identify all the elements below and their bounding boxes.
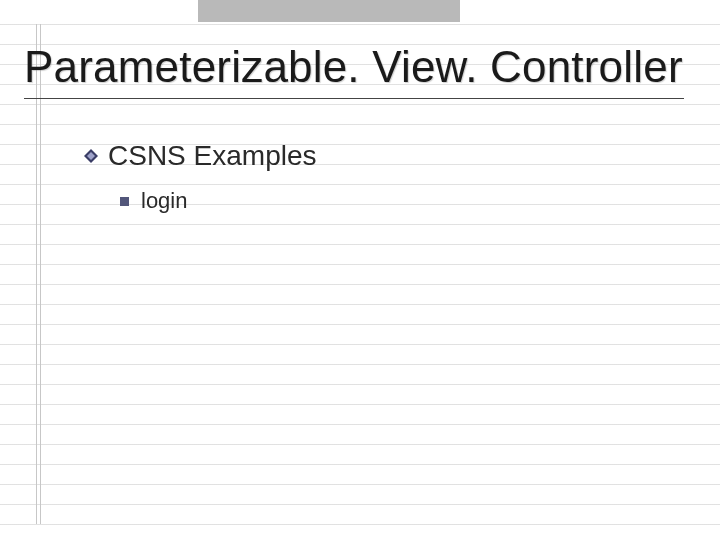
bullet-level-1-text: CSNS Examples — [108, 140, 317, 172]
notebook-left-rule-inner — [40, 24, 41, 524]
diamond-bullet-icon — [84, 149, 98, 163]
square-bullet-icon — [120, 197, 129, 206]
slide-top-shadow-bar — [198, 0, 460, 22]
slide-title: Parameterizable. View. Controller — [24, 42, 683, 92]
bullet-level-2-text: login — [141, 188, 187, 214]
notebook-left-rule-outer — [36, 24, 37, 524]
slide-title-underline — [24, 98, 684, 99]
bullet-level-1: CSNS Examples — [84, 140, 317, 172]
notebook-ruled-background — [0, 24, 720, 540]
bullet-level-2: login — [120, 188, 187, 214]
